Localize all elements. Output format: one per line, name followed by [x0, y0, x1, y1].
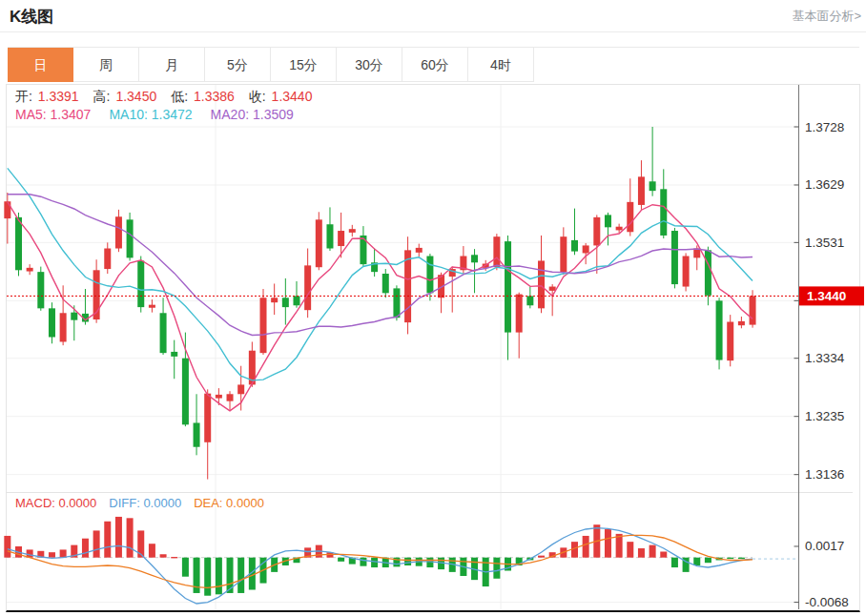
page-title: K线图 — [10, 6, 53, 28]
ohlc-open-value: 1.3391 — [34, 89, 79, 104]
ma-ma20-value: 1.3509 — [249, 107, 294, 122]
ma-ma10-value: 1.3472 — [148, 107, 193, 122]
ma-ma10: MA10: 1.3472 — [109, 107, 192, 122]
chart-frame — [6, 84, 860, 612]
tab-day[interactable]: 日 — [8, 48, 73, 82]
macd-dea-value: 0.0000 — [222, 496, 263, 510]
tab-15min[interactable]: 15分 — [271, 48, 337, 82]
tab-4hour[interactable]: 4时 — [468, 48, 534, 82]
ohlc-low-label: 低: — [171, 89, 188, 104]
tab-5min[interactable]: 5分 — [205, 48, 271, 82]
ma-ma5-value: 1.3407 — [47, 107, 92, 122]
ma-ma5-label: MA5: — [15, 107, 47, 122]
macd-macd: MACD: 0.0000 — [15, 496, 96, 510]
kline-widget: K线图 基本面分析> 日周月5分15分30分60分4时 1.37281.3629… — [0, 0, 866, 616]
ma-ma10-label: MA10: — [109, 107, 147, 122]
macd-diff: DIFF: 0.0000 — [109, 496, 181, 510]
ohlc-low: 低: 1.3386 — [171, 89, 235, 106]
ma-ma20-label: MA20: — [211, 107, 249, 122]
ohlc-high: 高: 1.3450 — [93, 89, 157, 106]
macd-dea-label: DEA: — [194, 496, 222, 510]
ma-ma5: MA5: 1.3407 — [15, 107, 91, 122]
tab-60min[interactable]: 60分 — [402, 48, 468, 82]
tab-month[interactable]: 月 — [139, 48, 205, 82]
tab-week[interactable]: 周 — [73, 48, 139, 82]
ohlc-low-value: 1.3386 — [190, 89, 235, 104]
header-divider — [0, 31, 866, 32]
macd-dea: DEA: 0.0000 — [194, 496, 264, 510]
ohlc-high-label: 高: — [93, 89, 111, 104]
period-tabbar: 日周月5分15分30分60分4时 — [8, 47, 859, 83]
ohlc-open-label: 开: — [15, 89, 32, 104]
ma-readout: MA5: 1.3407MA10: 1.3472MA20: 1.3509 — [15, 107, 312, 122]
ohlc-readout: 开: 1.3391高: 1.3450低: 1.3386收: 1.3440 — [15, 89, 326, 106]
macd-diff-label: DIFF: — [109, 496, 140, 510]
ohlc-high-value: 1.3450 — [113, 89, 157, 104]
ma-ma20: MA20: 1.3509 — [211, 107, 294, 122]
fundamental-analysis-link[interactable]: 基本面分析> — [792, 8, 861, 25]
ohlc-close-label: 收: — [249, 89, 266, 104]
ohlc-close: 收: 1.3440 — [249, 89, 313, 106]
tab-30min[interactable]: 30分 — [337, 48, 402, 82]
ohlc-close-value: 1.3440 — [268, 89, 313, 104]
ohlc-open: 开: 1.3391 — [15, 89, 79, 106]
macd-diff-value: 0.0000 — [140, 496, 181, 510]
macd-macd-value: 0.0000 — [55, 496, 96, 510]
macd-macd-label: MACD: — [15, 496, 55, 510]
macd-readout: MACD: 0.0000DIFF: 0.0000DEA: 0.0000 — [15, 496, 277, 510]
